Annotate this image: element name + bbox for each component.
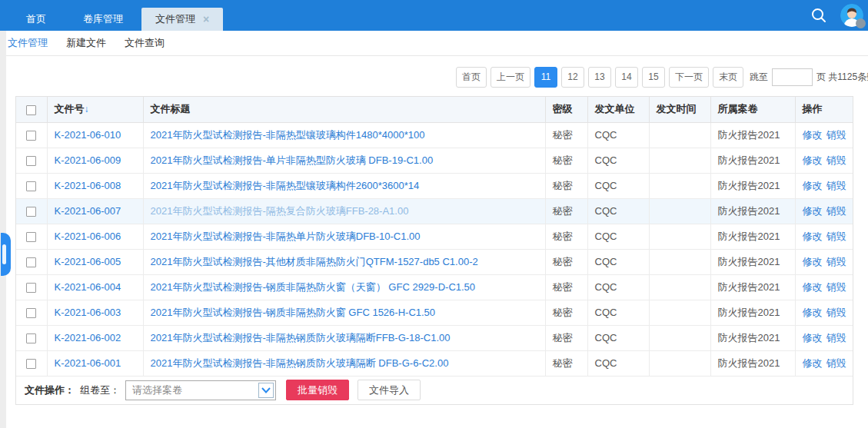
row-checkbox[interactable] — [26, 181, 36, 191]
page-button-12[interactable]: 12 — [561, 67, 584, 88]
table-row: K-2021-06-005 2021年防火型试检测报告-其他材质非隔热防火门QT… — [16, 249, 853, 274]
file-title-link[interactable]: 2021年防火型试检测报告-非隔热型镶玻璃构件1480*4000*100 — [151, 129, 425, 141]
row-checkbox[interactable] — [26, 308, 36, 318]
tab-volume-management[interactable]: 卷库管理 — [65, 8, 141, 31]
issue-unit-cell: CQC — [587, 249, 649, 274]
top-navbar: 首页 卷库管理 文件管理 × — [0, 0, 868, 31]
archive-select-value: 请选择案卷 — [132, 383, 182, 397]
file-no-link[interactable]: K-2021-06-007 — [55, 205, 121, 217]
search-icon[interactable] — [810, 6, 828, 25]
row-checkbox[interactable] — [26, 359, 36, 369]
edit-link[interactable]: 修改 — [803, 205, 823, 217]
file-title-link[interactable]: 2021年防火型试检测报告-非隔热钢质防火玻璃隔断 DFB-G-6-C2.00 — [151, 357, 449, 369]
file-no-link[interactable]: K-2021-06-002 — [55, 332, 121, 343]
destroy-link[interactable]: 销毁 — [826, 154, 846, 166]
file-title-link[interactable]: 2021年防火型试检测报告-钢质非隔热防火窗（天窗） GFC 2929-D-C1… — [151, 281, 476, 293]
issue-unit-cell: CQC — [587, 198, 649, 224]
row-checkbox[interactable] — [26, 232, 36, 242]
batch-destroy-button[interactable]: 批量销毁 — [286, 380, 349, 400]
file-title-link[interactable]: 2021年防火型试检测报告-单片非隔热型防火玻璃 DFB-19-C1.00 — [151, 154, 434, 166]
archive-cell: 防火报告2021 — [710, 325, 795, 350]
row-checkbox[interactable] — [26, 283, 36, 293]
user-avatar[interactable] — [840, 4, 863, 27]
archive-cell: 防火报告2021 — [710, 249, 795, 274]
file-no-link[interactable]: K-2021-06-006 — [55, 231, 121, 242]
issue-date-cell — [649, 173, 710, 198]
close-icon[interactable]: × — [203, 14, 209, 25]
tab-file-management[interactable]: 文件管理 × — [141, 8, 223, 31]
file-import-button[interactable]: 文件导入 — [358, 380, 421, 400]
file-title-link[interactable]: 2021年防火型试检测报告-钢质非隔热防火窗 GFC 1526-H-C1.50 — [151, 307, 436, 318]
file-no-link[interactable]: K-2021-06-004 — [55, 281, 121, 293]
table-row: K-2021-06-002 2021年防火型试检测报告-非隔热钢质防火玻璃隔断F… — [16, 325, 853, 350]
group-to-label: 组卷至： — [80, 383, 120, 397]
column-file-no[interactable]: 文件号↓ — [47, 97, 143, 122]
edit-link[interactable]: 修改 — [803, 281, 823, 293]
destroy-link[interactable]: 销毁 — [826, 332, 846, 343]
file-title-link[interactable]: 2021年防火型试检测报告-隔热复合防火玻璃FFB-28-A1.00 — [151, 205, 409, 217]
chevron-down-icon[interactable] — [258, 383, 274, 398]
file-title-link[interactable]: 2021年防火型试检测报告-非隔热单片防火玻璃DFB-10-C1.00 — [151, 231, 421, 242]
sidebar-toggle-handle[interactable] — [1, 233, 11, 276]
tab-home[interactable]: 首页 — [8, 8, 65, 31]
jump-page-input[interactable] — [772, 68, 813, 86]
file-no-link[interactable]: K-2021-06-008 — [55, 180, 121, 191]
file-title-link[interactable]: 2021年防火型试检测报告-其他材质非隔热防火门QTFM-1527-db5 C1… — [151, 256, 478, 267]
file-no-link[interactable]: K-2021-06-005 — [55, 256, 121, 267]
row-checkbox[interactable] — [26, 333, 36, 343]
select-all-checkbox[interactable] — [26, 105, 36, 115]
edit-link[interactable]: 修改 — [803, 154, 823, 166]
destroy-link[interactable]: 销毁 — [826, 256, 846, 267]
page-button-13[interactable]: 13 — [588, 67, 611, 88]
issue-date-cell — [649, 249, 710, 274]
menu-item-new-file[interactable]: 新建文件 — [66, 36, 106, 50]
issue-date-cell — [649, 274, 710, 300]
jump-to-label: 跳至 — [750, 71, 768, 84]
page-button-下一页[interactable]: 下一页 — [669, 67, 709, 88]
edit-link[interactable]: 修改 — [803, 180, 823, 191]
destroy-link[interactable]: 销毁 — [826, 307, 846, 318]
file-title-link[interactable]: 2021年防火型试检测报告-非隔热钢质防火玻璃隔断FFB-G-18-C1.00 — [151, 332, 451, 343]
page-button-末页[interactable]: 末页 — [713, 67, 743, 88]
secrecy-cell: 秘密 — [545, 198, 587, 224]
archive-cell: 防火报告2021 — [710, 224, 795, 249]
file-operations-label: 文件操作： — [25, 383, 75, 397]
row-checkbox[interactable] — [26, 257, 36, 267]
destroy-link[interactable]: 销毁 — [826, 357, 846, 369]
destroy-link[interactable]: 销毁 — [826, 231, 846, 242]
edit-link[interactable]: 修改 — [803, 357, 823, 369]
table-row: K-2021-06-006 2021年防火型试检测报告-非隔热单片防火玻璃DFB… — [16, 224, 853, 249]
destroy-link[interactable]: 销毁 — [826, 281, 846, 293]
destroy-link[interactable]: 销毁 — [826, 129, 846, 141]
menu-item-file-query[interactable]: 文件查询 — [125, 36, 165, 50]
row-checkbox[interactable] — [26, 156, 36, 166]
tab-file-management-label: 文件管理 — [155, 8, 195, 31]
page-button-首页[interactable]: 首页 — [456, 67, 487, 88]
avatar-status-badge — [856, 18, 866, 28]
issue-unit-cell: CQC — [587, 300, 649, 325]
row-checkbox[interactable] — [26, 207, 36, 217]
page-button-15[interactable]: 15 — [642, 67, 665, 88]
edit-link[interactable]: 修改 — [803, 307, 823, 318]
archive-select[interactable]: 请选择案卷 — [125, 380, 276, 400]
edit-link[interactable]: 修改 — [803, 332, 823, 343]
file-no-link[interactable]: K-2021-06-009 — [55, 154, 121, 166]
destroy-link[interactable]: 销毁 — [826, 205, 846, 217]
edit-link[interactable]: 修改 — [803, 256, 823, 267]
row-checkbox[interactable] — [26, 131, 36, 141]
page-button-上一页[interactable]: 上一页 — [491, 67, 530, 88]
archive-cell: 防火报告2021 — [710, 350, 795, 376]
destroy-link[interactable]: 销毁 — [826, 180, 846, 191]
edit-link[interactable]: 修改 — [803, 231, 823, 242]
edit-link[interactable]: 修改 — [803, 129, 823, 141]
file-title-link[interactable]: 2021年防火型试检测报告-非隔热型镶玻璃构件2600*3600*14 — [151, 180, 420, 191]
page-button-11[interactable]: 11 — [534, 67, 557, 88]
file-no-link[interactable]: K-2021-06-010 — [55, 129, 121, 141]
page-button-14[interactable]: 14 — [615, 67, 638, 88]
file-no-link[interactable]: K-2021-06-003 — [55, 307, 121, 318]
left-edge-strip — [0, 31, 6, 428]
sort-desc-icon[interactable]: ↓ — [85, 104, 89, 114]
file-no-link[interactable]: K-2021-06-001 — [55, 357, 121, 369]
menu-item-file-management[interactable]: 文件管理 — [8, 36, 48, 50]
issue-date-cell — [649, 148, 710, 173]
